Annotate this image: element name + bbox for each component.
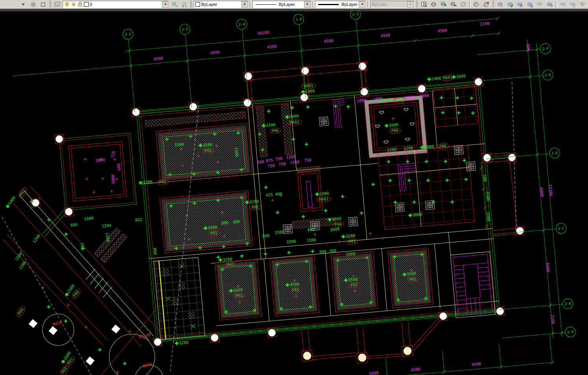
finish-tag: MA01 [440, 74, 455, 81]
dim-label: 1000 [95, 158, 105, 163]
svg-text:3000: 3000 [330, 227, 340, 232]
layer-combo[interactable]: 0 [63, 1, 169, 8]
lineweight-combo-chevron[interactable] [359, 1, 365, 8]
svg-text:38100: 38100 [257, 30, 269, 36]
dim-label: 4500 [267, 44, 277, 49]
svg-text:1-4: 1-4 [295, 17, 302, 21]
svg-text:P01: P01 [204, 148, 212, 153]
layer-unisolate-icon[interactable] [525, 0, 534, 8]
toolbar-shadow [0, 10, 588, 11]
sphere-icon[interactable] [472, 0, 481, 8]
dim-label: 4500 [210, 50, 220, 55]
model-space-canvas[interactable]: 3810045004500450045004500450021006002320… [0, 10, 588, 375]
dim-label: 2100 [550, 314, 555, 324]
svg-text:750: 750 [304, 158, 312, 163]
sun-icon [71, 2, 76, 7]
layer-isolate-icon[interactable] [516, 0, 525, 8]
view-remove-icon[interactable] [449, 0, 458, 8]
svg-text:3500: 3500 [233, 288, 243, 293]
svg-text:P06: P06 [335, 222, 342, 227]
svg-text:2900: 2900 [346, 252, 356, 257]
sphere-delete-icon[interactable] [482, 0, 491, 8]
svg-text:2-C: 2-C [558, 226, 565, 230]
svg-text:3000: 3000 [456, 74, 466, 79]
lineweight-combo[interactable]: ByLayer [315, 1, 366, 8]
dim-label: 800 [152, 247, 158, 255]
viewports-icon[interactable] [419, 0, 428, 8]
room-MA01 [297, 171, 323, 212]
svg-text:P06: P06 [72, 290, 80, 298]
svg-text:2-E: 2-E [544, 73, 551, 77]
linetype-combo[interactable]: ByLayer [252, 1, 311, 8]
layer-lock-icon[interactable] [558, 0, 568, 8]
svg-text:1200: 1200 [403, 146, 413, 151]
view-off-icon[interactable] [459, 0, 468, 8]
layer-match-icon[interactable] [506, 0, 515, 8]
svg-text:2400: 2400 [305, 89, 315, 94]
dim-label: 700 [80, 242, 85, 250]
dim-label: 2100 [480, 21, 490, 26]
view-add-icon[interactable] [439, 0, 448, 8]
toolbar-grip[interactable] [49, 1, 51, 8]
svg-text:2-5: 2-5 [352, 12, 359, 17]
svg-text:4500: 4500 [410, 367, 420, 372]
svg-text:4500: 4500 [380, 33, 390, 38]
dim-label: 1200 [286, 154, 296, 160]
dim-label: 822 [135, 217, 143, 222]
dim-label: R1100 [138, 332, 151, 339]
svg-text:1000: 1000 [404, 95, 414, 100]
layer-unlock-icon[interactable] [568, 0, 577, 8]
svg-text:R650: R650 [52, 320, 63, 327]
current-layer-name: 0 [90, 2, 92, 7]
view-globe-icon[interactable] [429, 0, 438, 8]
layer-previous-icon[interactable] [180, 0, 189, 8]
color-combo-chevron[interactable] [241, 1, 248, 8]
svg-text:P01: P01 [348, 239, 356, 244]
paste-special-icon[interactable] [39, 0, 48, 8]
color-combo[interactable]: ByLayer [194, 1, 249, 8]
layer-off-icon[interactable] [545, 0, 554, 8]
dim-label: 725 [110, 150, 116, 158]
svg-text:800: 800 [233, 219, 240, 225]
svg-text:3200: 3200 [249, 199, 259, 204]
svg-text:R1100: R1100 [138, 332, 151, 339]
svg-text:P01: P01 [351, 282, 358, 287]
svg-text:2400: 2400 [289, 114, 299, 119]
toolbar-grip[interactable] [190, 1, 192, 8]
grid-bubble: 2-A [502, 327, 576, 343]
linetype-combo-chevron[interactable] [304, 1, 311, 8]
layer-walk-icon[interactable] [496, 0, 505, 8]
dim-label: 750 [275, 156, 282, 162]
svg-text:3000: 3000 [424, 144, 434, 149]
dim-label: 4500 [410, 367, 420, 372]
linetype-glyph-icon [256, 4, 276, 5]
svg-text:3500: 3500 [348, 277, 358, 282]
gear-icon[interactable] [29, 0, 38, 8]
dim-label: 1500 [275, 230, 284, 235]
layer-combo-chevron[interactable] [162, 1, 169, 8]
svg-text:2-F: 2-F [542, 46, 549, 51]
current-linetype: ByLayer [279, 2, 295, 7]
toolbar-grip[interactable] [416, 1, 418, 8]
dim-label: 3200 [137, 180, 152, 185]
dim-label: 800 [233, 219, 240, 225]
svg-text:700: 700 [80, 242, 85, 250]
svg-text:1000: 1000 [419, 93, 429, 98]
dim-label: 3200 [174, 340, 189, 345]
toolbar-grip[interactable] [492, 1, 494, 8]
svg-text:1500: 1500 [306, 238, 316, 243]
layer-properties-manager-icon[interactable] [53, 0, 62, 8]
make-layer-current-icon[interactable] [170, 0, 179, 8]
layer-color-swatch [84, 2, 89, 7]
dim-label: 500 [70, 223, 78, 228]
dim-label: 500 [482, 175, 487, 182]
right-entrance [486, 152, 518, 236]
layer-freeze-icon[interactable] [535, 0, 544, 8]
dim-label: 4500 [380, 33, 390, 38]
svg-text:750: 750 [278, 162, 286, 167]
svg-text:P01: P01 [235, 293, 243, 298]
grid-bubble: 2-5 [350, 10, 367, 93]
layer-merge-icon[interactable] [578, 0, 587, 8]
svg-text:6000: 6000 [545, 263, 551, 273]
toolbar-overflow-chevron[interactable] [19, 0, 28, 8]
